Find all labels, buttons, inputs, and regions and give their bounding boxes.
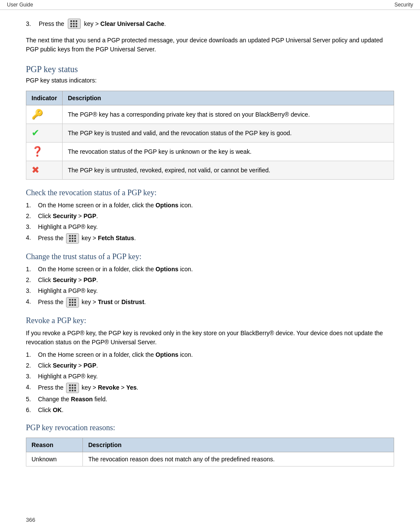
dot — [76, 23, 77, 25]
pgp-key-status-header-row: Indicator Description — [26, 91, 394, 105]
dot — [76, 20, 77, 22]
list-item: 2. Click Security > PGP. — [26, 276, 394, 285]
cross-indicator-icon: ✖ — [32, 165, 39, 176]
step-3-post-text: key > Clear Universal Cache. — [84, 20, 166, 27]
reason-col-header: Reason — [26, 438, 83, 452]
dot — [73, 23, 75, 25]
indicator-check-desc: The PGP key is trusted and valid, and th… — [63, 124, 394, 143]
next-time-paragraph: The next time that you send a PGP protec… — [26, 36, 394, 54]
page-header: User Guide Security — [0, 0, 420, 10]
check-revocation-list: 1. On the Home screen or in a folder, cl… — [26, 201, 394, 244]
list-item: 3. Highlight a PGP® key. — [26, 286, 394, 295]
list-item: 3. Highlight a PGP® key. — [26, 222, 394, 232]
list-num: 2. — [26, 361, 35, 370]
revoke-pgp-title: Revoke a PGP key: — [26, 316, 394, 325]
pgp-key-status-tbody: 🔑 The PGP® key has a corresponding priva… — [26, 105, 394, 180]
table-row: 🔑 The PGP® key has a corresponding priva… — [26, 105, 394, 124]
key-dots-inline2 — [69, 299, 76, 306]
list-text: Press the key > Trust or Distrust. — [38, 297, 146, 308]
list-text: Click OK. — [38, 406, 63, 415]
list-num: 1. — [26, 265, 35, 274]
page-footer: 366 — [26, 517, 35, 523]
list-item: 2. Click Security > PGP. — [26, 361, 394, 370]
menu-key-icon — [68, 19, 81, 29]
indicator-question-cell: ❓ — [26, 143, 63, 161]
list-num: 3. — [26, 372, 35, 381]
pgp-key-status-thead: Indicator Description — [26, 91, 394, 105]
list-item: 3. Highlight a PGP® key. — [26, 372, 394, 381]
step-3-num: 3. — [26, 20, 31, 27]
key-dots-inline — [69, 235, 76, 242]
main-content: 3. Press the key > Clear Universal Cache… — [0, 10, 420, 492]
list-num: 2. — [26, 212, 35, 221]
dot — [70, 25, 72, 27]
list-num: 4. — [26, 233, 35, 244]
list-num: 4. — [26, 383, 35, 393]
table-row: ✖ The PGP key is untrusted, revoked, exp… — [26, 161, 394, 180]
dot — [70, 20, 72, 22]
revoke-pgp-list: 1. On the Home screen or in a folder, cl… — [26, 350, 394, 415]
header-right: Security — [395, 2, 413, 8]
pgp-key-status-table: Indicator Description 🔑 The PGP® key has… — [26, 91, 394, 180]
list-text: Press the key > Revoke > Yes. — [38, 383, 138, 393]
step-3-pre-text: Press the — [39, 20, 64, 27]
dot — [73, 20, 75, 22]
step-3: 3. Press the key > Clear Universal Cache… — [26, 19, 394, 29]
pgp-key-status-subtitle: PGP key status indicators: — [26, 77, 394, 84]
key-dots-inline3 — [69, 384, 76, 392]
dot — [73, 25, 75, 27]
list-num: 3. — [26, 286, 35, 295]
menu-key-icon-inline3 — [66, 383, 79, 393]
revocation-reasons-tbody: Unknown The revocation reason does not m… — [26, 452, 394, 467]
revocation-reasons-thead: Reason Description — [26, 438, 394, 452]
revocation-reasons-table: Reason Description Unknown The revocatio… — [26, 438, 394, 467]
list-num: 6. — [26, 406, 35, 415]
list-num: 3. — [26, 222, 35, 232]
list-text: On the Home screen or in a folder, click… — [38, 201, 193, 210]
check-indicator-icon: ✔ — [32, 127, 39, 139]
question-indicator-icon: ❓ — [32, 146, 43, 157]
list-item: 5. Change the Reason field. — [26, 395, 394, 404]
menu-key-icon-inline — [66, 233, 79, 244]
key-indicator-icon: 🔑 — [32, 109, 43, 120]
change-trust-title: Change the trust status of a PGP key: — [26, 252, 394, 261]
menu-key-icon-inline2 — [66, 297, 79, 308]
check-revocation-title: Check the revocation status of a PGP key… — [26, 188, 394, 197]
list-text: Click Security > PGP. — [38, 276, 98, 285]
list-text: Highlight a PGP® key. — [38, 372, 98, 381]
list-item: 4. Press the key > Revoke > Yes. — [26, 383, 394, 393]
list-text: Click Security > PGP. — [38, 361, 98, 370]
list-item: 2. Click Security > PGP. — [26, 212, 394, 221]
description-cell: The revocation reason does not match any… — [83, 452, 394, 467]
list-text: Click Security > PGP. — [38, 212, 98, 221]
list-text: Highlight a PGP® key. — [38, 222, 98, 232]
list-item: 4. Press the key > Trust or Distrust. — [26, 297, 394, 308]
pgp-key-status-title: PGP key status — [26, 64, 394, 74]
dot — [76, 25, 77, 27]
indicator-key-desc: The PGP® key has a corresponding private… — [63, 105, 394, 124]
revocation-reasons-title: PGP key revocation reasons: — [26, 423, 394, 432]
list-num: 1. — [26, 201, 35, 210]
list-num: 1. — [26, 350, 35, 359]
list-num: 2. — [26, 276, 35, 285]
revocation-reasons-header-row: Reason Description — [26, 438, 394, 452]
header-left: User Guide — [7, 2, 33, 8]
description-col-header: Description — [83, 438, 394, 452]
list-item: 4. Press the key > Fetch Status. — [26, 233, 394, 244]
list-item: 6. Click OK. — [26, 406, 394, 415]
list-item: 1. On the Home screen or in a folder, cl… — [26, 201, 394, 210]
list-text: On the Home screen or in a folder, click… — [38, 350, 193, 359]
indicator-cross-desc: The PGP key is untrusted, revoked, expir… — [63, 161, 394, 180]
indicator-check-cell: ✔ — [26, 124, 63, 143]
indicator-question-desc: The revocation status of the PGP key is … — [63, 143, 394, 161]
table-row: ❓ The revocation status of the PGP key i… — [26, 143, 394, 161]
list-item: 1. On the Home screen or in a folder, cl… — [26, 350, 394, 359]
revoke-pgp-info: If you revoke a PGP® key, the PGP key is… — [26, 329, 394, 347]
indicator-cross-cell: ✖ — [26, 161, 63, 180]
key-dots — [70, 20, 78, 28]
list-num: 4. — [26, 297, 35, 308]
col-header-indicator: Indicator — [26, 91, 63, 105]
list-text: On the Home screen or in a folder, click… — [38, 265, 193, 274]
list-item: 1. On the Home screen or in a folder, cl… — [26, 265, 394, 274]
change-trust-list: 1. On the Home screen or in a folder, cl… — [26, 265, 394, 308]
